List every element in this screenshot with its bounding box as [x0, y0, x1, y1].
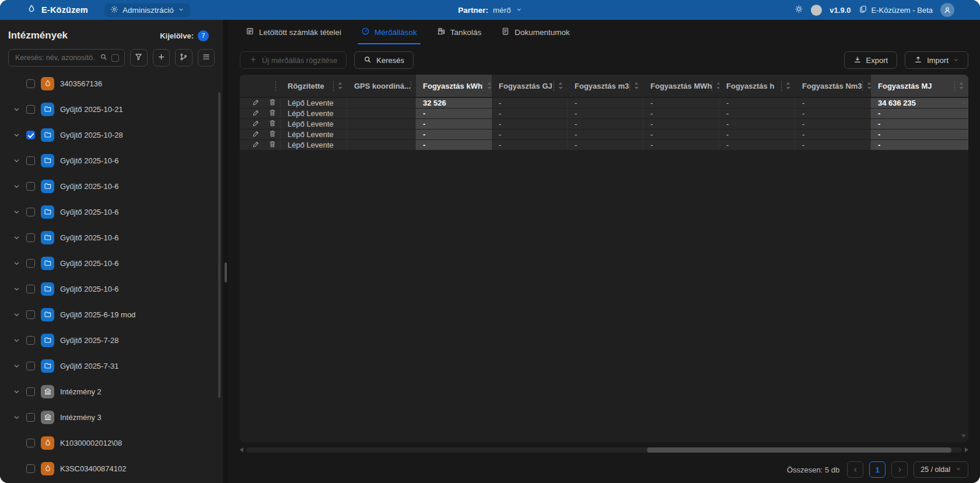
edit-icon[interactable] — [252, 98, 260, 108]
column-resize-handle[interactable] — [781, 81, 782, 91]
sort-icon[interactable] — [786, 82, 790, 90]
tree-item[interactable]: Gyűjtő 2025-10-6 — [0, 250, 223, 276]
chevron-down-icon[interactable] — [13, 337, 20, 344]
import-button[interactable]: Import — [905, 51, 968, 69]
sort-icon[interactable] — [867, 82, 871, 90]
tree-item-checkbox[interactable] — [26, 105, 35, 114]
chevron-down-icon[interactable] — [13, 362, 20, 370]
column-resize-handle[interactable] — [712, 81, 712, 91]
tree-item-checkbox[interactable] — [26, 310, 35, 319]
tree-item[interactable]: Intézmény 3 — [0, 404, 223, 430]
tree-item-checkbox[interactable] — [26, 156, 35, 165]
tree-item-checkbox[interactable] — [26, 182, 35, 191]
tree-item-checkbox[interactable] — [26, 336, 35, 345]
delete-icon[interactable] — [268, 130, 276, 139]
add-button[interactable] — [153, 49, 170, 66]
column-header-nm3[interactable]: Fogyasztás Nm3 — [795, 75, 871, 97]
search-icon[interactable] — [100, 52, 107, 63]
tree-item-checkbox[interactable] — [26, 131, 35, 139]
filter-button[interactable] — [130, 49, 148, 66]
tree-item-checkbox[interactable] — [26, 439, 35, 447]
edit-icon[interactable] — [252, 119, 260, 129]
tree-item[interactable]: Intézmény 2 — [0, 379, 223, 404]
column-header-m3[interactable]: Fogyasztás m3 — [568, 75, 643, 97]
tree-item[interactable]: Gyűjtő 2025-10-6 — [0, 173, 223, 199]
sort-icon[interactable] — [634, 82, 639, 90]
delete-icon[interactable] — [268, 140, 276, 150]
edit-icon[interactable] — [252, 108, 260, 118]
splitter-drag-handle[interactable] — [225, 262, 227, 282]
column-header-gj[interactable]: Fogyasztás GJ — [492, 75, 568, 97]
chevron-down-icon[interactable] — [13, 208, 20, 216]
tree-item[interactable]: Gyűjtő 2025-10-6 — [0, 148, 223, 173]
tree-item[interactable]: K10300002012\08 — [0, 430, 223, 456]
tree-item-checkbox[interactable] — [26, 285, 35, 293]
user-avatar[interactable] — [940, 3, 954, 17]
column-resize-handle[interactable] — [862, 81, 863, 91]
chevron-down-icon[interactable] — [13, 106, 20, 113]
tree-item[interactable]: Gyűjtő 2025-7-31 — [0, 353, 223, 379]
tab-tankolas[interactable]: Tankolás — [437, 20, 481, 44]
delete-icon[interactable] — [268, 108, 276, 118]
column-header-gps[interactable]: GPS koordiná... — [347, 75, 416, 97]
new-reading-button[interactable]: Új mérőállás rögzítése — [240, 51, 346, 69]
theme-toggle[interactable] — [811, 5, 822, 16]
delete-icon[interactable] — [268, 119, 276, 129]
sidebar-search-input[interactable] — [15, 54, 96, 62]
column-resize-handle[interactable] — [954, 81, 955, 91]
delete-icon[interactable] — [268, 98, 276, 108]
tree-item-checkbox[interactable] — [26, 208, 35, 216]
tab-dokumentumok[interactable]: Dokumentumok — [501, 20, 570, 44]
search-button[interactable]: Keresés — [354, 51, 414, 69]
tree-item[interactable]: 3403567136 — [0, 71, 223, 96]
scroll-right-arrow[interactable] — [965, 447, 968, 452]
tree-item-checkbox[interactable] — [26, 362, 35, 370]
tree-item[interactable]: Gyűjtő 2025-10-6 — [0, 276, 223, 302]
next-page-button[interactable] — [891, 461, 908, 478]
chevron-down-icon[interactable] — [13, 131, 20, 139]
tree-item-checkbox[interactable] — [26, 464, 35, 473]
vertical-scroll-down-arrow[interactable] — [961, 435, 966, 438]
sort-icon[interactable] — [558, 82, 563, 90]
export-button[interactable]: Export — [844, 51, 898, 69]
tab-meroallasok[interactable]: Mérőállások — [361, 20, 417, 44]
tree-item[interactable]: Gyűjtő 2025-10-21 — [0, 96, 223, 122]
sort-icon[interactable] — [338, 82, 342, 90]
nav-administration[interactable]: Adminisztráció — [104, 4, 190, 17]
hierarchy-button[interactable] — [175, 49, 192, 66]
scrollbar-track[interactable] — [246, 447, 962, 453]
page-size-select[interactable]: 25 / oldal — [914, 461, 968, 478]
column-resize-handle[interactable] — [411, 81, 411, 91]
page-number-button[interactable]: 1 — [869, 461, 886, 478]
column-resize-handle[interactable] — [275, 81, 276, 91]
chevron-down-icon[interactable] — [13, 388, 20, 396]
edit-icon[interactable] — [252, 130, 260, 139]
tree-item[interactable]: Gyűjtő 2025-10-28 — [0, 122, 223, 148]
sidebar-scrollbar[interactable] — [218, 92, 220, 398]
vertical-scroll-up-arrow[interactable] — [961, 101, 966, 104]
chevron-down-icon[interactable] — [13, 414, 20, 421]
chevron-down-icon[interactable] — [13, 285, 20, 293]
scrollbar-thumb[interactable] — [647, 447, 951, 453]
tab-letoltott-szamlak-tetelei[interactable]: Letöltött számlák tételei — [246, 20, 341, 44]
search-exact-checkbox[interactable] — [111, 54, 119, 62]
column-resize-handle[interactable] — [554, 81, 554, 91]
column-header-kwh[interactable]: Fogyasztás kWh — [416, 75, 492, 97]
previous-page-button[interactable] — [847, 461, 863, 478]
tree-item[interactable]: Gyűjtő 2025-6-19 mod — [0, 302, 223, 327]
chevron-down-icon[interactable] — [13, 260, 20, 267]
tree-item-checkbox[interactable] — [26, 387, 35, 396]
scroll-left-arrow[interactable] — [240, 447, 243, 452]
chevron-down-icon[interactable] — [13, 234, 20, 242]
list-view-button[interactable] — [198, 49, 215, 66]
column-header-h[interactable]: Fogyasztás h — [719, 75, 795, 97]
partner-selector[interactable]: Partner: mérő — [458, 6, 522, 15]
chevron-down-icon[interactable] — [13, 311, 20, 318]
sort-icon[interactable] — [487, 82, 492, 90]
tree-item[interactable]: Gyűjtő 2025-10-6 — [0, 199, 223, 225]
panel-splitter[interactable] — [223, 20, 228, 483]
tree-item-checkbox[interactable] — [26, 413, 35, 422]
tree-item-checkbox[interactable] — [26, 233, 35, 242]
tree-item-checkbox[interactable] — [26, 259, 35, 268]
tree-item-checkbox[interactable] — [26, 79, 35, 88]
